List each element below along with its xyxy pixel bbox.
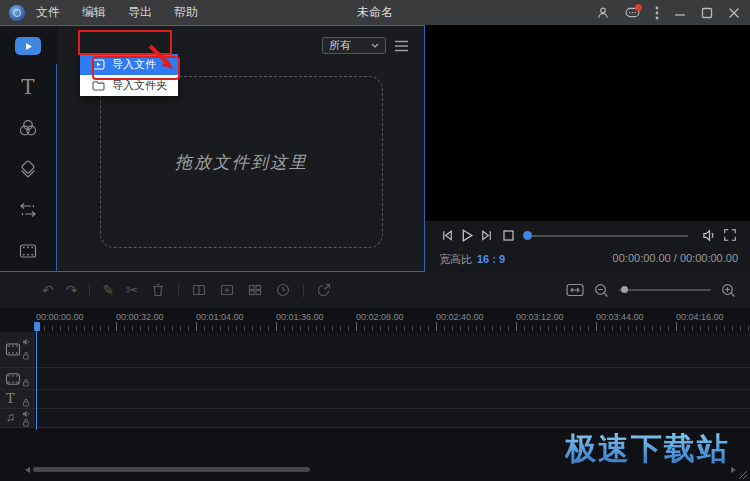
redo-button[interactable]: ↷: [66, 282, 78, 298]
ruler-label: 00:04:16.00: [676, 312, 724, 322]
sidebar-item-overlays[interactable]: [0, 152, 56, 186]
audio-track-icon: ♫: [6, 410, 15, 424]
track-lock-icon[interactable]: [22, 418, 30, 427]
playhead-line[interactable]: [36, 322, 37, 430]
export-clip-button[interactable]: [316, 282, 332, 298]
track-mute-icon[interactable]: [22, 410, 30, 418]
fullscreen-icon: [723, 228, 737, 242]
timeline-ruler[interactable]: 00:00:00.00 00:00:32.00 00:01:04.00 00:0…: [0, 308, 750, 332]
stop-button[interactable]: [502, 229, 515, 242]
play-button[interactable]: [458, 227, 475, 244]
sidebar: T: [0, 26, 57, 271]
overlays-icon: [17, 158, 39, 180]
track-text-header: T: [0, 390, 34, 408]
media-filter-dropdown[interactable]: 所有: [322, 37, 386, 54]
more-menu-icon[interactable]: [655, 6, 659, 20]
export-icon: [316, 282, 332, 298]
video-file-icon: [92, 59, 105, 70]
aspect-ratio[interactable]: 宽高比16 : 9: [439, 252, 505, 267]
seek-handle[interactable]: [523, 231, 532, 240]
track-lock-icon[interactable]: [22, 398, 30, 407]
sidebar-item-filters[interactable]: [0, 111, 56, 145]
zoom-in-button[interactable]: [721, 283, 736, 298]
fit-timeline-button[interactable]: [566, 283, 584, 297]
split-screen-icon: [191, 282, 207, 298]
previous-frame-button[interactable]: [440, 228, 455, 243]
clock-icon: [275, 282, 291, 298]
ruler-label: 00:03:12.00: [516, 312, 564, 322]
track-lock-icon[interactable]: [22, 351, 30, 360]
stop-icon: [502, 229, 515, 242]
track-video-header: [0, 332, 34, 367]
text-tool-icon: T: [21, 77, 34, 97]
timeline-panel: ↶ ↷ ✎ ✂: [0, 272, 750, 481]
sidebar-item-text[interactable]: T: [0, 70, 56, 104]
aspect-ratio-label: 宽高比: [439, 253, 472, 265]
menu-item-label: 导入文件夹: [112, 78, 167, 93]
duration-button[interactable]: [275, 282, 291, 298]
zoom-out-button[interactable]: [594, 283, 609, 298]
scroll-right-arrow[interactable]: [731, 467, 736, 473]
mosaic-icon: [247, 282, 263, 298]
next-frame-button[interactable]: [479, 228, 494, 243]
folder-icon: [92, 80, 105, 91]
sidebar-item-media[interactable]: [0, 29, 56, 63]
promotion-icon[interactable]: [625, 6, 640, 19]
menu-item-import-file[interactable]: 导入文件: [80, 54, 178, 75]
delete-button[interactable]: [150, 282, 166, 298]
timeline-zoom-slider[interactable]: [619, 289, 711, 291]
volume-button[interactable]: [702, 228, 717, 243]
previous-frame-icon: [440, 228, 455, 243]
track-text[interactable]: T: [0, 390, 750, 409]
ruler-label: 00:02:40.00: [436, 312, 484, 322]
next-frame-icon: [479, 228, 494, 243]
sidebar-item-transitions[interactable]: [0, 193, 56, 227]
track-video[interactable]: [0, 332, 750, 368]
menu-help[interactable]: 帮助: [174, 4, 198, 21]
menu-item-label: 导入文件: [112, 57, 156, 72]
filters-icon: [17, 117, 39, 139]
track-lock-icon[interactable]: [22, 378, 30, 387]
undo-button[interactable]: ↶: [42, 282, 54, 298]
track-pip-header: [0, 368, 34, 389]
menu-file[interactable]: 文件: [36, 4, 60, 21]
titlebar: 文件 编辑 导出 帮助 未命名: [0, 0, 750, 25]
crop-button[interactable]: [219, 282, 235, 298]
user-account-icon[interactable]: [596, 6, 610, 20]
elements-icon: [17, 240, 39, 262]
preview-panel: 宽高比16 : 9 00:00:00.00 / 00:00:00.00: [425, 25, 750, 272]
notification-badge: [635, 4, 642, 11]
menu-item-import-folder[interactable]: 导入文件夹: [80, 75, 178, 96]
close-button[interactable]: [728, 7, 740, 19]
split-cut-button[interactable]: ✂: [126, 282, 138, 298]
site-watermark: 极速下载站: [565, 428, 730, 470]
menu-export[interactable]: 导出: [128, 4, 152, 21]
list-view-toggle[interactable]: [394, 40, 409, 52]
ruler-label: 00:03:44.00: [596, 312, 644, 322]
sidebar-divider: [56, 64, 57, 271]
zoom-in-icon: [721, 283, 736, 298]
split-screen-button[interactable]: [191, 282, 207, 298]
seek-bar[interactable]: [527, 235, 688, 237]
media-panel: T: [0, 25, 425, 272]
playhead-marker[interactable]: [34, 322, 40, 331]
edit-button[interactable]: ✎: [102, 282, 114, 298]
track-audio[interactable]: ♫: [0, 409, 750, 428]
resize-grip[interactable]: [738, 470, 748, 480]
scroll-left-arrow[interactable]: [25, 467, 30, 473]
media-dropzone[interactable]: 拖放文件到这里: [100, 76, 383, 248]
fullscreen-button[interactable]: [723, 228, 737, 242]
maximize-button[interactable]: [701, 7, 713, 19]
track-mute-icon[interactable]: [22, 338, 30, 346]
chevron-down-icon: [371, 43, 379, 48]
mosaic-button[interactable]: [247, 282, 263, 298]
horizontal-scrollbar[interactable]: [33, 467, 310, 472]
timeline-zoom-handle[interactable]: [621, 286, 628, 293]
track-pip[interactable]: [0, 368, 750, 390]
ruler-label: 00:00:32.00: [116, 312, 164, 322]
play-icon: [458, 227, 475, 244]
aspect-ratio-value: 16 : 9: [477, 253, 505, 265]
minimize-button[interactable]: [674, 7, 686, 19]
sidebar-item-elements[interactable]: [0, 234, 56, 268]
menu-edit[interactable]: 编辑: [82, 4, 106, 21]
